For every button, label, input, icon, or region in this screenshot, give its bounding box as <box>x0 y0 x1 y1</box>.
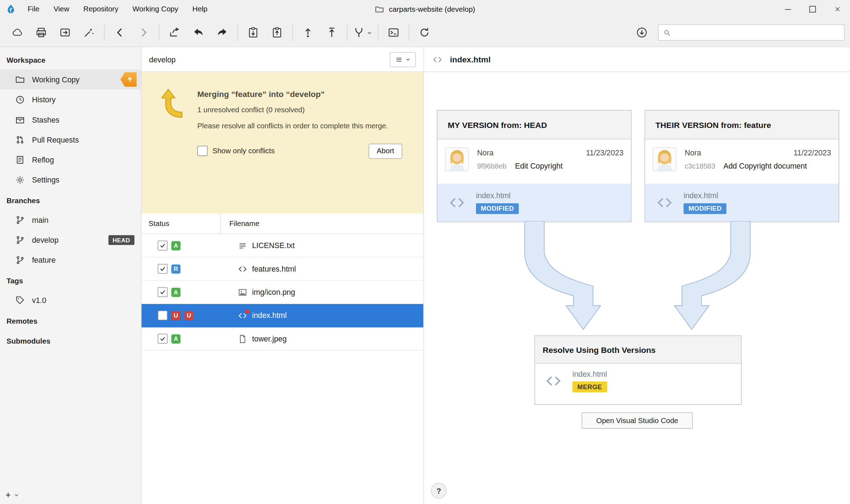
workspace-header: Workspace <box>0 49 141 69</box>
table-row-img-icon-png[interactable]: A img/icon.png <box>142 281 424 304</box>
download-icon <box>636 26 647 38</box>
stash-icon <box>247 26 259 38</box>
submodules-header[interactable]: Submodules <box>0 330 141 350</box>
redo-icon <box>216 26 228 38</box>
push-button[interactable] <box>296 22 320 43</box>
sidebar-item-working-copy[interactable]: Working Copy <box>0 70 141 89</box>
merge-menu-button[interactable] <box>351 22 375 43</box>
magic-wand-button[interactable] <box>77 22 101 43</box>
avatar <box>653 148 677 171</box>
search-input[interactable] <box>675 28 840 37</box>
code-icon <box>654 195 676 211</box>
menu-view[interactable]: View <box>46 0 76 19</box>
toolbar-divider <box>104 24 105 41</box>
refresh-button[interactable] <box>413 22 436 43</box>
application-window: File View Repository Working Copy Help c… <box>0 0 850 504</box>
filename-cell: index.html <box>229 311 287 320</box>
unstash-button[interactable] <box>265 22 289 43</box>
row-checkbox[interactable] <box>158 264 167 273</box>
branch-label: feature <box>32 256 56 264</box>
pull-icon <box>326 26 338 38</box>
file-panel-header: develop <box>142 47 424 72</box>
merge-notice-controls: Show only conflicts Abort <box>197 144 402 159</box>
download-button[interactable] <box>630 22 654 43</box>
chevron-down-icon <box>405 56 411 62</box>
clock-icon <box>15 94 25 104</box>
branch-label: develop <box>32 236 59 244</box>
help-button[interactable]: ? <box>431 483 447 499</box>
check-icon <box>159 242 166 249</box>
sidebar-branch-feature[interactable]: feature <box>0 250 141 270</box>
checkout-button[interactable] <box>53 22 77 43</box>
show-only-conflicts-label[interactable]: Show only conflicts <box>212 147 275 155</box>
forward-button[interactable] <box>132 22 155 43</box>
file-name: index.html <box>252 311 287 320</box>
author-name: Nora <box>685 149 701 157</box>
sidebar-item-history[interactable]: History <box>0 89 141 109</box>
redo-button[interactable] <box>210 22 234 43</box>
table-row-features-html[interactable]: R features.html <box>142 257 424 281</box>
row-checkbox[interactable] <box>158 310 167 320</box>
discard-button[interactable] <box>163 22 186 43</box>
file-icon <box>238 334 247 343</box>
remote-button[interactable] <box>5 22 29 43</box>
show-only-conflicts-checkbox[interactable] <box>197 146 208 156</box>
terminal-button[interactable] <box>382 22 405 43</box>
open-visual-studio-code-button[interactable]: Open Visual Studio Code <box>582 412 693 429</box>
commit-button[interactable] <box>29 22 53 43</box>
undo-button[interactable] <box>186 22 210 43</box>
status-badge-merge: MERGE <box>573 381 607 392</box>
sidebar-item-reflog[interactable]: Reflog <box>0 150 141 170</box>
branch-icon <box>15 215 25 225</box>
stash-box-icon <box>15 115 25 124</box>
sidebar-tag-v1-0[interactable]: v1.0 <box>0 290 141 310</box>
status-cell: U U <box>142 310 229 320</box>
pull-button[interactable] <box>320 22 344 43</box>
add-repo-button[interactable]: + <box>5 490 19 500</box>
commit-meta: Nora 11/22/2023 c3c18583 Add Copyright d… <box>645 139 839 171</box>
menu-file[interactable]: File <box>21 0 47 19</box>
column-header-status[interactable]: Status <box>142 214 221 233</box>
menubar: File View Repository Working Copy Help <box>21 0 215 19</box>
stash-button[interactable] <box>241 22 265 43</box>
sidebar-item-stashes[interactable]: Stashes <box>0 109 141 129</box>
table-row-tower-jpeg[interactable]: A tower.jpeg <box>142 327 424 350</box>
status-badge-unmerged: U <box>171 311 180 320</box>
sidebar-item-settings[interactable]: Settings <box>0 170 141 190</box>
cloud-icon <box>11 26 23 38</box>
status-badge-modified: MODIFIED <box>476 203 519 214</box>
maximize-button[interactable] <box>800 0 825 19</box>
menu-working-copy[interactable]: Working Copy <box>126 0 185 19</box>
close-button[interactable] <box>825 0 850 19</box>
row-checkbox[interactable] <box>158 334 167 344</box>
search-box <box>658 24 845 41</box>
sidebar-item-pull-requests[interactable]: Pull Requests <box>0 129 141 149</box>
status-badge-modified: MODIFIED <box>683 203 726 214</box>
file-status-strip: index.html MODIFIED <box>437 184 631 221</box>
sidebar: Workspace Working Copy History Stashes P… <box>0 47 142 504</box>
minimize-button[interactable] <box>775 0 800 19</box>
sidebar-branch-main[interactable]: main <box>0 210 141 230</box>
file-list-options-button[interactable] <box>390 52 416 67</box>
menu-help[interactable]: Help <box>185 0 215 19</box>
table-row-license-txt[interactable]: A LICENSE.txt <box>142 234 424 257</box>
abort-button[interactable]: Abort <box>369 144 402 159</box>
resolve-both-versions-card[interactable]: Resolve Using Both Versions index.html M… <box>534 335 742 405</box>
row-checkbox[interactable] <box>158 287 167 297</box>
checkout-icon <box>59 26 71 38</box>
column-header-filename[interactable]: Filename <box>221 214 260 233</box>
status-badge-renamed: R <box>171 264 180 273</box>
remotes-header[interactable]: Remotes <box>0 310 141 330</box>
window-title: carparts-website (develop) <box>375 5 475 14</box>
sidebar-branch-develop[interactable]: develop HEAD <box>0 230 141 250</box>
back-button[interactable] <box>108 22 132 43</box>
search-icon <box>663 29 671 37</box>
file-table-body: A LICENSE.txt R features.html <box>142 234 424 504</box>
current-branch-title: develop <box>149 55 176 63</box>
row-checkbox[interactable] <box>158 241 167 250</box>
toolbar-divider <box>378 24 379 41</box>
menu-repository[interactable]: Repository <box>76 0 126 19</box>
table-row-index-html[interactable]: U U index.html <box>142 304 424 327</box>
merge-arrow-right <box>674 221 750 329</box>
commit-meta-text: Nora 11/23/2023 9f96b8eb Edit Copyright <box>477 148 624 171</box>
